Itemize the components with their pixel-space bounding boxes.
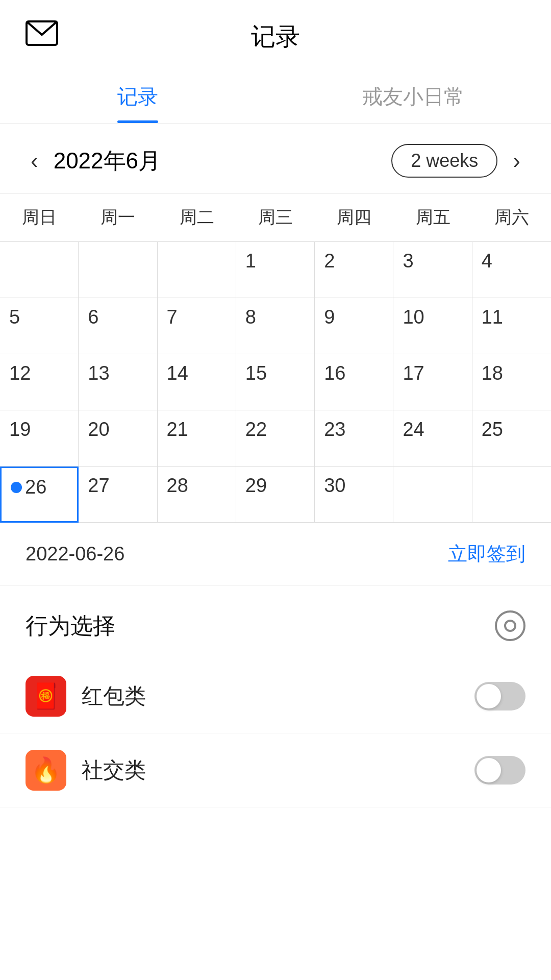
cal-cell-27[interactable]: 27 (79, 467, 157, 523)
cal-cell-14[interactable]: 14 (158, 354, 236, 410)
cal-cell-6[interactable]: 6 (79, 298, 157, 354)
tab-daily[interactable]: 戒友小日常 (276, 68, 551, 123)
today-dot (11, 482, 22, 493)
tab-records[interactable]: 记录 (0, 68, 276, 123)
cal-cell-17[interactable]: 17 (393, 354, 472, 410)
red-envelope-icon: 🧧 (26, 676, 66, 717)
weekday-mon: 周一 (79, 193, 157, 241)
cal-cell-21[interactable]: 21 (158, 410, 236, 467)
cal-cell-3[interactable]: 3 (393, 242, 472, 298)
svg-point-2 (505, 621, 515, 631)
cal-cell-5[interactable]: 5 (0, 298, 79, 354)
cal-cell-19[interactable]: 19 (0, 410, 79, 467)
cal-cell-16[interactable]: 16 (315, 354, 393, 410)
calendar-nav-left: ‹ 2022年6月 (26, 146, 161, 176)
weekday-tue: 周二 (158, 193, 236, 241)
item-left-2: 🔥 社交类 (26, 750, 146, 791)
cal-cell-empty (158, 242, 236, 298)
cal-cell-20[interactable]: 20 (79, 410, 157, 467)
date-info-row: 2022-06-26 立即签到 (0, 523, 551, 586)
cal-cell-22[interactable]: 22 (236, 410, 315, 467)
cal-cell-empty (79, 242, 157, 298)
cal-cell-empty (472, 467, 551, 523)
cal-cell-empty (393, 467, 472, 523)
cal-cell-9[interactable]: 9 (315, 298, 393, 354)
item-left: 🧧 红包类 (26, 676, 146, 717)
cal-cell-23[interactable]: 23 (315, 410, 393, 467)
page-title: 记录 (251, 20, 300, 53)
behavior-item-red-envelope: 🧧 红包类 (0, 659, 551, 733)
checkin-button[interactable]: 立即签到 (448, 541, 525, 567)
cal-cell-12[interactable]: 12 (0, 354, 79, 410)
calendar-days: 1 2 3 4 5 6 7 8 9 10 11 12 13 14 15 16 1… (0, 242, 551, 523)
behavior-section-header: 行为选择 (0, 586, 551, 659)
cal-cell-1[interactable]: 1 (236, 242, 315, 298)
cal-cell-18[interactable]: 18 (472, 354, 551, 410)
weekday-wed: 周三 (236, 193, 315, 241)
behavior-item-flame: 🔥 社交类 (0, 733, 551, 807)
month-title: 2022年6月 (54, 146, 161, 176)
svg-point-1 (496, 611, 524, 640)
calendar-nav: ‹ 2022年6月 2 weeks › (0, 124, 551, 193)
header: 记录 (0, 0, 551, 63)
selected-date: 2022-06-26 (26, 543, 124, 565)
weeks-badge[interactable]: 2 weeks (391, 144, 497, 178)
behavior-title: 行为选择 (26, 611, 115, 641)
today-indicator: 26 (11, 476, 46, 498)
tab-bar: 记录 戒友小日常 (0, 68, 551, 124)
red-envelope-label: 红包类 (82, 682, 146, 710)
calendar-grid: 周日 周一 周二 周三 周四 周五 周六 1 2 3 4 5 6 7 8 9 1… (0, 193, 551, 523)
cal-cell-15[interactable]: 15 (236, 354, 315, 410)
cal-cell-11[interactable]: 11 (472, 298, 551, 354)
cal-cell-30[interactable]: 30 (315, 467, 393, 523)
next-arrow[interactable]: › (508, 148, 525, 174)
cal-cell-2[interactable]: 2 (315, 242, 393, 298)
mail-icon[interactable] (26, 20, 58, 48)
weekday-fri: 周五 (393, 193, 472, 241)
cal-cell-26-today[interactable]: 26 (0, 467, 79, 523)
weekday-headers: 周日 周一 周二 周三 周四 周五 周六 (0, 193, 551, 242)
cal-cell-29[interactable]: 29 (236, 467, 315, 523)
prev-arrow[interactable]: ‹ (26, 148, 43, 174)
cal-cell-8[interactable]: 8 (236, 298, 315, 354)
weekday-sat: 周六 (472, 193, 551, 241)
cal-cell-7[interactable]: 7 (158, 298, 236, 354)
flame-toggle[interactable] (474, 756, 525, 785)
cal-cell-10[interactable]: 10 (393, 298, 472, 354)
flame-label: 社交类 (82, 756, 146, 785)
calendar-nav-right: 2 weeks › (391, 144, 525, 178)
weekday-sun: 周日 (0, 193, 79, 241)
cal-cell-13[interactable]: 13 (79, 354, 157, 410)
cal-cell-4[interactable]: 4 (472, 242, 551, 298)
cal-cell-empty (0, 242, 79, 298)
cal-cell-25[interactable]: 25 (472, 410, 551, 467)
flame-icon: 🔥 (26, 750, 66, 791)
cal-cell-28[interactable]: 28 (158, 467, 236, 523)
red-envelope-toggle[interactable] (474, 682, 525, 710)
weekday-thu: 周四 (315, 193, 393, 241)
cal-cell-24[interactable]: 24 (393, 410, 472, 467)
eye-icon[interactable] (495, 610, 525, 641)
